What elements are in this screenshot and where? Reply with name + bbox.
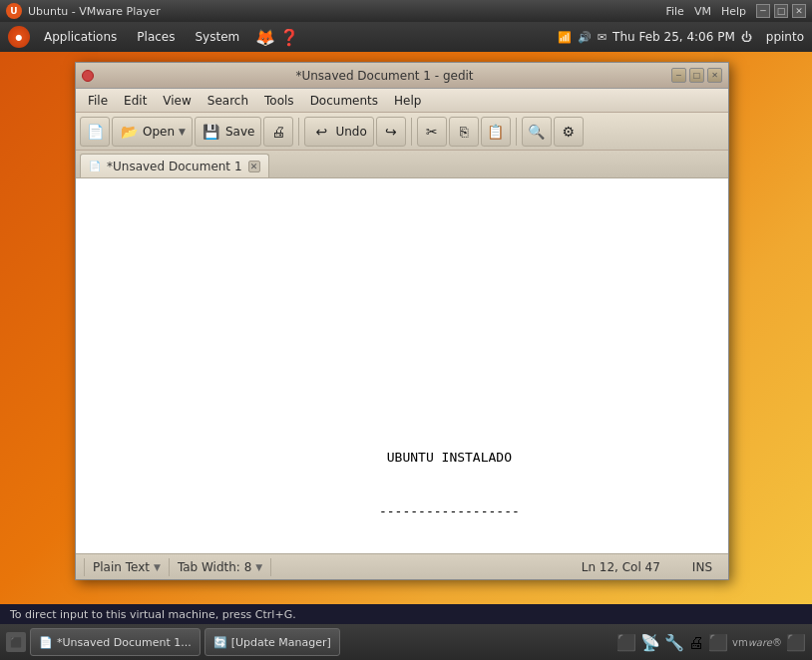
save-button[interactable]: 💾 Save: [195, 117, 261, 147]
tab-width-selector[interactable]: Tab Width: 8 ▼: [170, 558, 271, 576]
toolbar-separator-2: [411, 118, 412, 146]
gedit-window: *Unsaved Document 1 - gedit ─ □ ✕ File E…: [75, 62, 729, 580]
paste-button[interactable]: 📋: [481, 117, 511, 147]
gedit-menu-edit[interactable]: Edit: [116, 91, 155, 111]
vmware-icon-2: 📡: [640, 633, 660, 652]
gedit-editor[interactable]: UBUNTU INSTALADO ------------------ Eng.…: [76, 178, 728, 553]
gedit-toolbar: 📄 📂 Open ▼ 💾 Save 🖨 ↩ Undo ↪ ✂: [76, 113, 728, 151]
gedit-menu-view[interactable]: View: [155, 91, 199, 111]
vmware-menu: File VM Help: [665, 5, 746, 18]
print-button[interactable]: 🖨: [263, 117, 293, 147]
vmware-notification: To direct input to this virtual machine,…: [0, 604, 812, 624]
vmware-icon-1: ⬛: [616, 633, 636, 652]
insert-mode: INS: [684, 558, 720, 576]
vmware-title: Ubuntu - VMware Player: [28, 5, 665, 18]
open-folder-icon: 📂: [119, 122, 139, 142]
open-dropdown-icon[interactable]: ▼: [179, 127, 186, 137]
power-icon: ⏻: [741, 31, 752, 44]
find-replace-icon: ⚙: [559, 122, 579, 142]
taskbar-update-manager-button[interactable]: 🔄 [Update Manager]: [204, 628, 340, 656]
gedit-menu-tools[interactable]: Tools: [256, 91, 302, 111]
document-tab[interactable]: 📄 *Unsaved Document 1 ✕: [80, 154, 269, 177]
ubuntu-places-menu[interactable]: Places: [129, 27, 183, 47]
new-document-icon: 📄: [85, 122, 105, 142]
undo-icon: ↩: [311, 122, 331, 142]
cut-button[interactable]: ✂: [417, 117, 447, 147]
vmware-close-button[interactable]: ✕: [792, 4, 806, 18]
gedit-titlebar: *Unsaved Document 1 - gedit ─ □ ✕: [76, 63, 728, 89]
gedit-menubar: File Edit View Search Tools Documents He…: [76, 89, 728, 113]
vmware-maximize-button[interactable]: □: [774, 4, 788, 18]
tab-doc-icon: 📄: [89, 161, 101, 171]
toolbar-separator-3: [516, 118, 517, 146]
vmware-brand-logo: vmware®: [732, 637, 782, 648]
save-icon: 💾: [202, 122, 221, 142]
vmware-icon-3: 🔧: [664, 633, 684, 652]
firefox-icon[interactable]: 🦊: [255, 28, 275, 47]
paste-icon: 📋: [486, 122, 506, 142]
vmware-menu-file[interactable]: File: [665, 5, 683, 18]
find-replace-button[interactable]: ⚙: [554, 117, 584, 147]
gedit-taskbar-label: *Unsaved Document 1...: [57, 636, 192, 649]
taskbar-user: ppinto: [766, 30, 804, 44]
redo-button[interactable]: ↪: [376, 117, 406, 147]
cursor-position: Ln 12, Col 47: [574, 558, 668, 576]
cut-icon: ✂: [422, 122, 442, 142]
ubuntu-logo: ●: [8, 26, 30, 48]
vmware-settings-icon: ⬛: [786, 633, 806, 652]
gedit-titlebar-controls: [82, 70, 98, 82]
gedit-close-button[interactable]: [82, 70, 94, 82]
editor-text-area[interactable]: UBUNTU INSTALADO ------------------ Eng.…: [76, 178, 728, 553]
ubuntu-system-menu[interactable]: System: [187, 27, 247, 47]
toolbar-separator-1: [298, 118, 299, 146]
vmware-minimize-button[interactable]: ─: [756, 4, 770, 18]
gedit-minimize-button[interactable]: ─: [671, 68, 686, 83]
gedit-statusbar: Plain Text ▼ Tab Width: 8 ▼ Ln 12, Col 4…: [76, 553, 728, 579]
copy-button[interactable]: ⎘: [449, 117, 479, 147]
redo-icon: ↪: [381, 122, 401, 142]
gedit-window-controls: ─ □ ✕: [671, 68, 722, 83]
vmware-bottom-taskbar: ⬛ 📄 *Unsaved Document 1... 🔄 [Update Man…: [0, 624, 812, 660]
network-icon: 📶: [558, 31, 572, 44]
search-icon: 🔍: [527, 122, 547, 142]
tab-close-button[interactable]: ✕: [248, 161, 260, 172]
undo-button-label: Undo: [335, 125, 366, 139]
language-chevron-icon: ▼: [154, 562, 161, 572]
ubuntu-taskbar: ● Applications Places System 🦊 ❓ 📶 🔊 ✉ T…: [0, 22, 812, 52]
gedit-menu-help[interactable]: Help: [386, 91, 429, 111]
gedit-close-x-button[interactable]: ✕: [707, 68, 722, 83]
vmware-window-controls: ─ □ ✕: [756, 4, 806, 18]
language-selector[interactable]: Plain Text ▼: [84, 558, 170, 576]
editor-empty-space: [84, 218, 720, 413]
vmware-icon-4: 🖨: [688, 633, 704, 652]
volume-icon: 🔊: [578, 31, 592, 44]
tab-width-label: Tab Width: 8: [178, 560, 251, 574]
editor-line-11: ------------------: [84, 502, 720, 520]
vmware-ubuntu-logo: U: [6, 3, 22, 19]
ubuntu-applications-menu[interactable]: Applications: [36, 27, 125, 47]
find-button[interactable]: 🔍: [522, 117, 552, 147]
gedit-menu-file[interactable]: File: [80, 91, 116, 111]
gedit-tabbar: 📄 *Unsaved Document 1 ✕: [76, 151, 728, 178]
new-button[interactable]: 📄: [80, 117, 110, 147]
gedit-title: *Unsaved Document 1 - gedit: [98, 69, 671, 83]
vmware-menu-vm[interactable]: VM: [694, 5, 711, 18]
taskbar-system-icons: 📶 🔊 ✉ Thu Feb 25, 4:06 PM ⏻ ppinto: [558, 30, 804, 44]
taskbar-clock: Thu Feb 25, 4:06 PM: [612, 30, 735, 44]
help-icon[interactable]: ❓: [279, 28, 299, 47]
open-button[interactable]: 📂 Open ▼: [112, 117, 193, 147]
gedit-maximize-button[interactable]: □: [689, 68, 704, 83]
system-tray-icon: ⬛: [6, 632, 26, 652]
vmware-topbar: U Ubuntu - VMware Player File VM Help ─ …: [0, 0, 812, 22]
status-right-section: Ln 12, Col 47 INS: [574, 558, 720, 576]
taskbar-gedit-button[interactable]: 📄 *Unsaved Document 1...: [30, 628, 201, 656]
save-button-label: Save: [225, 125, 254, 139]
undo-button[interactable]: ↩ Undo: [304, 117, 373, 147]
vmware-icon-5: ⬛: [708, 633, 728, 652]
gedit-menu-documents[interactable]: Documents: [302, 91, 386, 111]
editor-line-10: UBUNTU INSTALADO: [84, 449, 720, 467]
vmware-menu-help[interactable]: Help: [721, 5, 746, 18]
tab-width-chevron-icon: ▼: [255, 562, 262, 572]
envelope-icon: ✉: [598, 31, 607, 44]
gedit-menu-search[interactable]: Search: [200, 91, 256, 111]
